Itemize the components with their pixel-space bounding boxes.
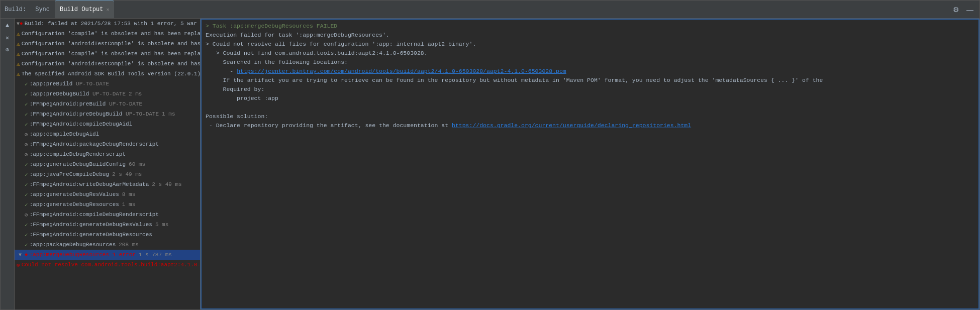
- build-label: Build:: [5, 6, 26, 13]
- content-area: ▲ ✕ ⊕ ▼ ● Build: failed at 2021/5/28 17:…: [1, 19, 979, 309]
- tree-item-warn3[interactable]: ⚠ Configuration 'compile' is obsolete an…: [15, 49, 200, 59]
- tree-item-warn2[interactable]: ⚠ Configuration 'androidTestCompile' is …: [15, 39, 200, 49]
- tree-item-mergeDebugResources[interactable]: ▼ ● :app:mergeDebugResources 1 error 1 s…: [15, 250, 200, 260]
- packageDebugResources-text: :app:packageDebugResources: [30, 242, 116, 248]
- check-icon: ✓: [25, 222, 28, 228]
- tree-item-generateDebugBuildConfig[interactable]: ✓ :app:generateDebugBuildConfig 60 ms: [15, 159, 200, 169]
- output-panel[interactable]: > Task :app:mergeDebugResources FAILED E…: [201, 19, 979, 309]
- tree-item-packageDebugResources[interactable]: ✓ :app:packageDebugResources 208 ms: [15, 240, 200, 250]
- main-container: Build: Sync Build Output ✕ ⚙ — ▲ ✕ ⊕ ▼ ●: [0, 0, 980, 310]
- timing: 1 ms: [162, 111, 175, 117]
- warn4-text: Configuration 'androidTestCompile' is ob…: [22, 61, 200, 67]
- warn1-text: Configuration 'compile' is obsolete and …: [22, 31, 200, 37]
- error-icon: ●: [25, 252, 28, 258]
- ffmpeg-preBuild-text: :FFmpegAndroid:preBuild UP-TO-DATE: [30, 101, 142, 107]
- tab-bar-actions: ⚙ —: [951, 5, 975, 15]
- skip-icon: ⊘: [25, 131, 28, 138]
- tree-item-ffmpeg-preBuild[interactable]: ✓ :FFmpegAndroid:preBuild UP-TO-DATE: [15, 99, 200, 109]
- warn-icon: ⚠: [17, 61, 20, 67]
- clear-button[interactable]: ✕: [3, 33, 13, 43]
- tree-item-writeDebugAarMetadata[interactable]: ✓ :FFmpegAndroid:writeDebugAarMetadata 2…: [15, 179, 200, 189]
- timing: 5 ms: [155, 222, 168, 228]
- tab-build-output[interactable]: Build Output ✕: [55, 1, 114, 18]
- settings-button[interactable]: ⚙: [951, 5, 961, 15]
- task-header-line: > Task :app:mergeDebugResources FAILED: [206, 22, 974, 31]
- writeDebugAarMetadata-text: :FFmpegAndroid:writeDebugAarMetadata: [30, 181, 149, 187]
- check-icon: ✓: [25, 111, 28, 118]
- check-icon: ✓: [25, 91, 28, 97]
- tree-item-compileDebugRenderscript[interactable]: ⊘ :app:compileDebugRenderscript: [15, 149, 200, 159]
- output-line-4: Searched in the following locations:: [206, 58, 974, 67]
- tab-sync[interactable]: Sync: [30, 1, 55, 18]
- skip-icon: ⊘: [25, 212, 28, 218]
- app-compileDebugAidl-text: :app:compileDebugAidl: [30, 131, 100, 137]
- tree-item-warn5[interactable]: ⚠ The specified Android SDK Build Tools …: [15, 69, 200, 79]
- output-line-6: If the artifact you are trying to retrie…: [206, 76, 974, 85]
- tree-item-javaPreCompileDebug[interactable]: ✓ :app:javaPreCompileDebug 2 s 49 ms: [15, 169, 200, 179]
- ffmpeg-generateDebugResValues-text: :FFmpegAndroid:generateDebugResValues: [30, 222, 152, 228]
- check-icon: ✓: [25, 121, 28, 128]
- tree-item-preDebugBuild[interactable]: ✓ :app:preDebugBuild UP-TO-DATE 2 ms: [15, 89, 200, 99]
- error-arrow: ▼: [19, 252, 25, 258]
- check-icon: ✓: [25, 81, 28, 87]
- root-error-icon: ●: [20, 21, 23, 27]
- ffmpeg-preDebugBuild-text: :FFmpegAndroid:preDebugBuild UP-TO-DATE: [30, 111, 159, 117]
- mergeDebugResources-text: :app:mergeDebugResources 1 error: [30, 252, 136, 258]
- output-line-5: - https://jcenter.bintray.com/com/androi…: [206, 67, 974, 76]
- output-line-8: project :app: [206, 94, 974, 103]
- check-icon: ✓: [25, 191, 28, 198]
- tree-item-generateDebugResValues[interactable]: ✓ :app:generateDebugResValues 8 ms: [15, 189, 200, 199]
- tree-item-packageDebugRenderscript[interactable]: ⊘ :FFmpegAndroid:packageDebugRenderscrip…: [15, 139, 200, 149]
- ffmpeg-compileDebugRenderscript-text: :FFmpegAndroid:compileDebugRenderscript: [30, 212, 159, 218]
- build-tree-panel[interactable]: ▼ ● Build: failed at 2021/5/28 17:53 wit…: [15, 19, 201, 309]
- preDebugBuild-text: :app:preDebugBuild UP-TO-DATE: [30, 91, 126, 97]
- left-tools: ▲ ✕ ⊕: [1, 19, 15, 309]
- tree-item-ffmpeg-compileDebugRenderscript[interactable]: ⊘ :FFmpegAndroid:compileDebugRenderscrip…: [15, 210, 200, 220]
- gradle-docs-link[interactable]: https://docs.gradle.org/current/userguid…: [452, 122, 691, 129]
- tree-item-preBuild[interactable]: ✓ :app:preBuild UP-TO-DATE: [15, 79, 200, 89]
- tree-item-warn4[interactable]: ⚠ Configuration 'androidTestCompile' is …: [15, 59, 200, 69]
- timing: 2 s 49 ms: [112, 171, 142, 177]
- output-line-possible: Possible solution:: [206, 112, 974, 121]
- tree-item-warn1[interactable]: ⚠ Configuration 'compile' is obsolete an…: [15, 29, 200, 39]
- tree-item-resolve-error[interactable]: ⊗ Could not resolve com.android.tools.bu…: [15, 260, 200, 270]
- tree-item-compileDebugAidl[interactable]: ✓ :FFmpegAndroid:compileDebugAidl: [15, 119, 200, 129]
- warn-icon: ⚠: [17, 41, 20, 47]
- tree-item-ffmpeg-preDebugBuild[interactable]: ✓ :FFmpegAndroid:preDebugBuild UP-TO-DAT…: [15, 109, 200, 119]
- warn-icon: ⚠: [17, 51, 20, 57]
- tree-item-ffmpeg-generateDebugResources[interactable]: ✓ :FFmpegAndroid:generateDebugResources: [15, 230, 200, 240]
- timing: 2 s 49 ms: [152, 181, 181, 187]
- warn-icon: ⚠: [17, 31, 20, 37]
- javaPreCompileDebug-text: :app:javaPreCompileDebug: [30, 171, 109, 177]
- tree-root[interactable]: ▼ ● Build: failed at 2021/5/28 17:53 wit…: [15, 19, 200, 29]
- generateDebugBuildConfig-text: :app:generateDebugBuildConfig: [30, 161, 126, 167]
- resolve-error-text: Could not resolve com.android.tools.buil…: [22, 262, 200, 268]
- timing: 2 ms: [129, 91, 142, 97]
- warn5-text: The specified Android SDK Build Tools ve…: [22, 71, 200, 77]
- check-icon: ✓: [25, 161, 28, 168]
- packageDebugRenderscript-text: :FFmpegAndroid:packageDebugRenderscript: [30, 141, 159, 147]
- timing: 60 ms: [129, 161, 145, 167]
- error-circle-icon: ⊗: [17, 262, 20, 268]
- minimize-button[interactable]: —: [964, 5, 975, 15]
- tab-close-icon[interactable]: ✕: [106, 7, 109, 13]
- compileDebugRenderscript-text: :app:compileDebugRenderscript: [30, 151, 126, 157]
- output-line-1: Execution failed for task ':app:mergeDeb…: [206, 31, 974, 40]
- timing: 8 ms: [122, 191, 135, 197]
- warn3-text: Configuration 'compile' is obsolete and …: [22, 51, 200, 57]
- tab-bar: Build: Sync Build Output ✕ ⚙ —: [1, 1, 979, 19]
- tree-item-generateDebugResources[interactable]: ✓ :app:generateDebugResources 1 ms: [15, 199, 200, 210]
- timing: 1 ms: [122, 201, 135, 208]
- bintray-link[interactable]: https://jcenter.bintray.com/com/android/…: [237, 68, 566, 74]
- scroll-up-button[interactable]: ▲: [3, 21, 13, 31]
- tree-item-app-compileDebugAidl[interactable]: ⊘ :app:compileDebugAidl: [15, 129, 200, 139]
- warn-icon: ⚠: [17, 71, 20, 77]
- output-line-declare: - Declare repository providing the artif…: [206, 121, 974, 130]
- filter-button[interactable]: ⊕: [3, 45, 13, 55]
- output-line-2: > Could not resolve all files for config…: [206, 40, 974, 49]
- tree-item-ffmpeg-generateDebugResValues[interactable]: ✓ :FFmpegAndroid:generateDebugResValues …: [15, 220, 200, 230]
- check-icon: ✓: [25, 201, 28, 208]
- check-icon: ✓: [25, 232, 28, 238]
- output-line-7: Required by:: [206, 85, 974, 94]
- check-icon: ✓: [25, 242, 28, 248]
